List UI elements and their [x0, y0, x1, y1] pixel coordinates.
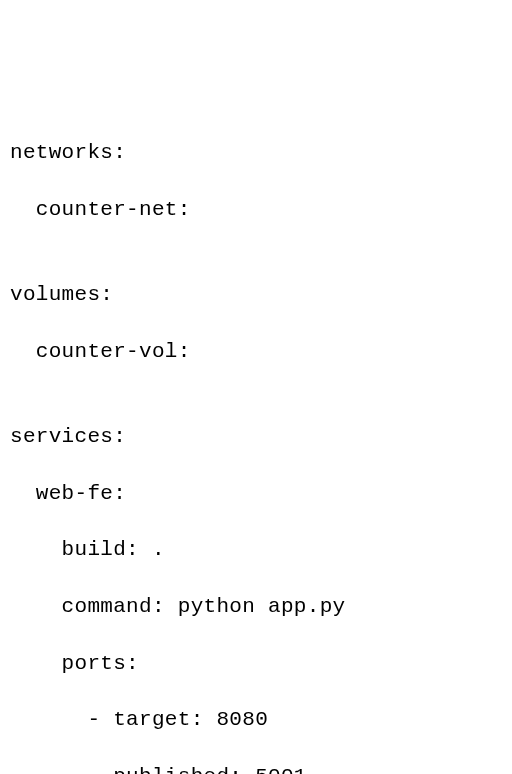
yaml-volume-counter-vol: counter-vol: [10, 338, 502, 366]
yaml-ports-key: ports: [10, 650, 502, 678]
yaml-build: build: . [10, 536, 502, 564]
yaml-network-counter-net: counter-net: [10, 196, 502, 224]
yaml-command: command: python app.py [10, 593, 502, 621]
yaml-networks-key: networks: [10, 139, 502, 167]
yaml-services-key: services: [10, 423, 502, 451]
yaml-port-published: published: 5001 [10, 763, 502, 774]
yaml-service-web-fe: web-fe: [10, 480, 502, 508]
yaml-volumes-key: volumes: [10, 281, 502, 309]
yaml-port-target: - target: 8080 [10, 706, 502, 734]
